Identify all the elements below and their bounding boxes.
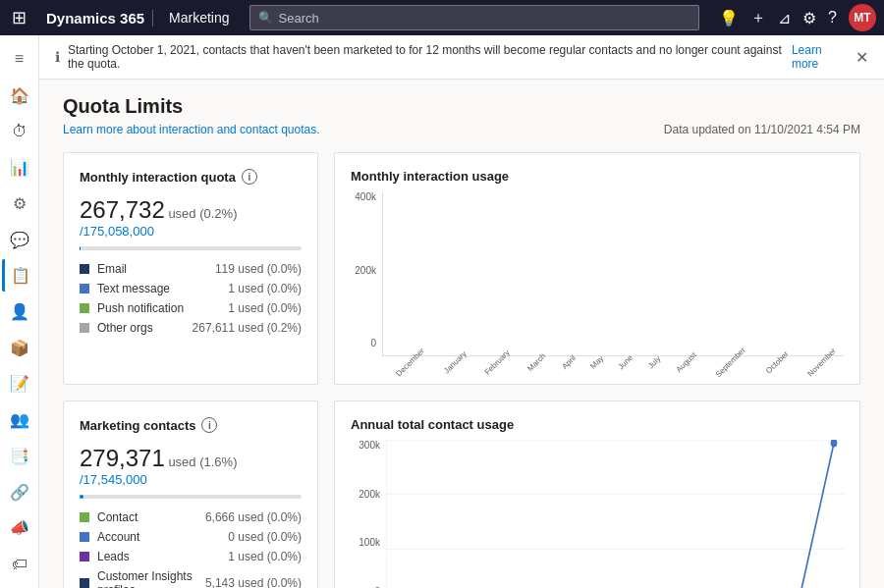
sidebar-item-campaigns[interactable]: 📣 bbox=[2, 512, 37, 545]
quota-item-color bbox=[80, 323, 89, 333]
avatar[interactable]: MT bbox=[849, 4, 876, 31]
quota-item-label: Other orgs bbox=[97, 321, 185, 335]
filter-icon[interactable]: ⊿ bbox=[778, 9, 791, 27]
page-header-left: Quota Limits Learn more about interactio… bbox=[63, 95, 320, 136]
marketing-contacts-number: 279,371 used (1.6%) /17,545,000 bbox=[80, 445, 302, 487]
quota-item-color bbox=[80, 284, 89, 294]
sidebar-item-segments[interactable]: 📦 bbox=[2, 332, 37, 364]
info-banner: ℹ Starting October 1, 2021, contacts tha… bbox=[39, 35, 884, 80]
sidebar-item-accounts[interactable]: 👥 bbox=[2, 403, 37, 436]
sidebar-item-analytics[interactable]: 📊 bbox=[2, 151, 37, 184]
marketing-contacts-bar-fill bbox=[80, 495, 83, 499]
add-icon[interactable]: ＋ bbox=[750, 8, 766, 28]
marketing-contacts-info-icon[interactable]: i bbox=[201, 417, 217, 433]
brand-name: Dynamics 365 bbox=[38, 10, 153, 27]
data-updated: Data updated on 11/10/2021 4:54 PM bbox=[664, 123, 860, 136]
contacts-row: Marketing contacts i 279,371 used (1.6%)… bbox=[63, 401, 860, 588]
monthly-quota-items: Email 119 used (0.0%) Text message 1 use… bbox=[80, 262, 302, 335]
quota-item: Other orgs 267,611 used (0.2%) bbox=[80, 321, 302, 335]
page-header: Quota Limits Learn more about interactio… bbox=[63, 95, 860, 136]
quota-item-label: Contact bbox=[97, 510, 197, 524]
monthly-chart-card: Monthly interaction usage 400k 200k 0 bbox=[334, 152, 860, 385]
quota-item-label: Email bbox=[97, 262, 207, 276]
monthly-chart-inner: December January February March April Ma… bbox=[382, 191, 844, 368]
sidebar-item-menu[interactable]: ≡ bbox=[2, 43, 37, 76]
monthly-chart-yaxis: 400k 200k 0 bbox=[351, 191, 382, 368]
annual-chart-yaxis: 300k 200k 100k 0 bbox=[351, 440, 386, 588]
quota-item: Account 0 used (0.0%) bbox=[80, 530, 302, 544]
annual-line-chart bbox=[386, 440, 844, 588]
close-icon[interactable]: ✕ bbox=[856, 48, 868, 67]
sidebar-item-forms[interactable]: 📝 bbox=[2, 368, 37, 401]
module-name: Marketing bbox=[161, 10, 229, 26]
sidebar-item-recent[interactable]: ⏱ bbox=[2, 115, 37, 147]
content-area: ℹ Starting October 1, 2021, contacts tha… bbox=[39, 35, 884, 588]
quota-item-color bbox=[80, 512, 89, 522]
search-box[interactable]: 🔍 bbox=[249, 5, 700, 30]
quota-item-color bbox=[80, 532, 89, 542]
quota-item-value: 5,143 used (0.0%) bbox=[205, 576, 302, 588]
sidebar-item-home[interactable]: 🏠 bbox=[2, 80, 37, 112]
annual-chart-grid bbox=[386, 440, 844, 588]
quota-item-value: 1 used (0.0%) bbox=[228, 301, 302, 315]
quota-item: Push notification 1 used (0.0%) bbox=[80, 301, 302, 315]
monthly-quota-title: Monthly interaction quota i bbox=[80, 169, 302, 185]
monthly-chart-grid bbox=[382, 191, 844, 356]
quota-item-value: 0 used (0.0%) bbox=[228, 530, 302, 544]
quota-item-value: 267,611 used (0.2%) bbox=[193, 321, 302, 335]
quota-item-label: Account bbox=[97, 530, 220, 544]
search-icon: 🔍 bbox=[258, 11, 273, 25]
monthly-quota-bar-fill bbox=[80, 246, 81, 250]
quota-item-color bbox=[80, 552, 89, 561]
learn-more-link[interactable]: Learn more about interaction and contact… bbox=[63, 123, 320, 136]
monthly-quota-card: Monthly interaction quota i 267,732 used… bbox=[63, 152, 318, 385]
quota-item: Contact 6,666 used (0.0%) bbox=[80, 510, 302, 524]
annual-chart-area: 300k 200k 100k 0 bbox=[351, 440, 844, 588]
quota-item-label: Push notification bbox=[97, 301, 220, 315]
marketing-contacts-card: Marketing contacts i 279,371 used (1.6%)… bbox=[63, 401, 318, 588]
sidebar-item-quota[interactable]: 📋 bbox=[2, 259, 37, 292]
marketing-contacts-title: Marketing contacts i bbox=[80, 417, 302, 433]
sidebar-item-reports[interactable]: 📑 bbox=[2, 440, 37, 472]
top-navigation: ⊞ Dynamics 365 Marketing 🔍 💡 ＋ ⊿ ⚙ ? MT bbox=[0, 0, 884, 35]
help-icon[interactable]: 💡 bbox=[719, 9, 739, 27]
search-input[interactable] bbox=[279, 11, 691, 26]
quota-item-label: Text message bbox=[97, 282, 220, 295]
annual-chart-card: Annual total contact usage 300k 200k 100… bbox=[334, 401, 860, 588]
monthly-chart-xaxis: December January February March April Ma… bbox=[382, 356, 844, 368]
quota-item: Leads 1 used (0.0%) bbox=[80, 550, 302, 563]
quota-item-value: 6,666 used (0.0%) bbox=[205, 510, 302, 524]
sidebar-item-messages[interactable]: 💬 bbox=[2, 224, 37, 256]
settings-icon[interactable]: ⚙ bbox=[802, 9, 816, 27]
quota-item-label: Customer Insights profiles bbox=[97, 569, 197, 588]
sidebar-item-links[interactable]: 🔗 bbox=[2, 476, 37, 508]
nav-icons: 💡 ＋ ⊿ ⚙ ? MT bbox=[719, 4, 876, 31]
monthly-quota-info-icon[interactable]: i bbox=[242, 169, 257, 185]
annual-chart-inner: December January February March April Ma… bbox=[386, 440, 844, 588]
monthly-row: Monthly interaction quota i 267,732 used… bbox=[63, 152, 860, 385]
marketing-contacts-items: Contact 6,666 used (0.0%) Account 0 used… bbox=[80, 510, 302, 588]
quota-item-color bbox=[80, 264, 89, 274]
monthly-chart-area: 400k 200k 0 bbox=[351, 191, 844, 368]
quota-item: Text message 1 used (0.0%) bbox=[80, 282, 302, 295]
page-content: Quota Limits Learn more about interactio… bbox=[39, 80, 884, 588]
monthly-chart-title: Monthly interaction usage bbox=[351, 169, 844, 184]
sidebar-item-settings[interactable]: ⚙ bbox=[2, 187, 37, 220]
info-icon: ℹ bbox=[55, 49, 60, 65]
svg-point-16 bbox=[831, 440, 838, 448]
quota-item-value: 1 used (0.0%) bbox=[228, 550, 302, 563]
question-icon[interactable]: ? bbox=[828, 9, 837, 27]
page-title: Quota Limits bbox=[63, 95, 320, 118]
sidebar-item-contacts[interactable]: 👤 bbox=[2, 295, 37, 328]
grid-icon[interactable]: ⊞ bbox=[8, 7, 30, 28]
sidebar: ≡ 🏠 ⏱ 📊 ⚙ 💬 📋 👤 📦 📝 👥 📑 🔗 📣 🏷 bbox=[0, 35, 39, 588]
quota-item: Email 119 used (0.0%) bbox=[80, 262, 302, 276]
banner-link[interactable]: Learn more bbox=[792, 43, 848, 71]
banner-text: Starting October 1, 2021, contacts that … bbox=[68, 43, 784, 71]
main-layout: ≡ 🏠 ⏱ 📊 ⚙ 💬 📋 👤 📦 📝 👥 📑 🔗 📣 🏷 ℹ Starting… bbox=[0, 35, 884, 588]
monthly-quota-bar-bg bbox=[80, 246, 302, 250]
sidebar-item-tags[interactable]: 🏷 bbox=[2, 548, 37, 580]
monthly-quota-number: 267,732 used (0.2%) /175,058,000 bbox=[80, 196, 302, 239]
quota-item-value: 119 used (0.0%) bbox=[215, 262, 302, 276]
quota-item-value: 1 used (0.0%) bbox=[228, 282, 302, 295]
